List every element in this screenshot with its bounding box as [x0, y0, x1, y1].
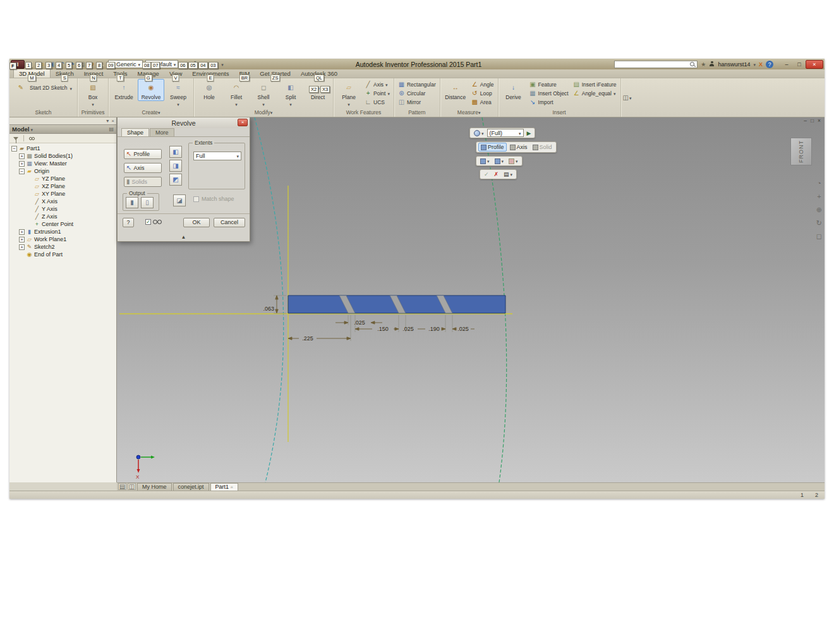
insert-ifeature-button[interactable]: ▤Insert iFeature [571, 80, 619, 88]
browser-close-icon[interactable]: × [111, 118, 114, 124]
signed-in-user[interactable]: hanswurst14 [718, 61, 750, 68]
point-button[interactable]: +Point [363, 89, 392, 97]
view-cube-face-label[interactable]: FRONT [798, 140, 804, 163]
boolean-join-button[interactable] [478, 157, 492, 165]
maximize-button[interactable]: □ [793, 60, 806, 69]
panel-label-create[interactable]: Create [109, 109, 193, 117]
panel-label-measure[interactable]: Measure [440, 109, 498, 117]
expand-icon[interactable]: + [19, 229, 25, 235]
tree-node-center-point[interactable]: +Center Point [9, 220, 116, 228]
dim-150[interactable]: .150 [377, 326, 389, 332]
redo-button[interactable]: ↷5 [67, 60, 76, 69]
doc-tab-part1[interactable]: Part1▫ [210, 483, 238, 491]
tree-node-end-of-part[interactable]: ◉End of Part [9, 251, 116, 258]
minitoolbar-profile-button[interactable]: Profile [478, 143, 507, 152]
expand-icon[interactable]: + [19, 244, 25, 250]
loop-button[interactable]: ↺Loop [469, 89, 496, 97]
ribbon-display-options-button[interactable]: ◫ [621, 78, 634, 117]
doc-tab-conejet-ipt[interactable]: conejet.ipt [173, 483, 209, 491]
orbit-button[interactable]: ↻ [816, 219, 822, 227]
tree-node-x-axis[interactable]: ╱X Axis [9, 198, 116, 205]
rectangular-button[interactable]: ▦Rectangular [396, 80, 438, 88]
panel-label-modify[interactable]: Modify [194, 109, 333, 117]
measure-button[interactable]: ↔04 [200, 60, 209, 69]
browser-options-icon[interactable]: ▾ [106, 118, 109, 124]
ucs-button[interactable]: ∟UCS [363, 98, 392, 106]
collapse-icon[interactable]: − [19, 169, 25, 174]
browser-header[interactable]: Model ▤ [9, 124, 116, 134]
search-icon[interactable] [689, 61, 696, 68]
print-button[interactable]: ▤6 [77, 60, 87, 69]
user-menu-chevron-icon[interactable] [753, 61, 756, 68]
pan-button[interactable]: + [817, 193, 821, 200]
tree-node-work-plane1[interactable]: +▱Work Plane1 [9, 236, 116, 243]
doc-tab-my-home[interactable]: My Home [137, 483, 172, 491]
doc-minimize-button[interactable]: – [804, 117, 807, 124]
minimize-button[interactable]: – [780, 60, 793, 69]
minitoolbar-extents-select[interactable]: (Full) [487, 129, 524, 137]
expand-icon[interactable]: + [19, 153, 25, 159]
construction-curve-left[interactable] [255, 117, 284, 482]
extents-dropdown[interactable]: Full [193, 152, 241, 160]
tree-node-xz-plane[interactable]: ▱XZ Plane [9, 182, 116, 190]
appearance-dropdown[interactable]: 08 07 ◐ Default [145, 60, 178, 68]
ribbon-tab-manage[interactable]: ManageG [133, 69, 164, 78]
ribbon-tab-sketch[interactable]: SketchS [51, 69, 79, 78]
minitoolbar-options-button[interactable]: ▤ [502, 170, 514, 178]
browser-pin-icon[interactable]: ▤ [109, 127, 114, 132]
start-2d-sketch-button[interactable]: ✎Start 2D Sketch [11, 79, 75, 97]
output-solid-button[interactable]: ▮ [126, 197, 138, 208]
tree-node-part1[interactable]: −▰Part1 [9, 145, 116, 152]
dialog-tab-shape[interactable]: Shape [121, 128, 149, 136]
insert-object-button[interactable]: ▦Insert Object [528, 89, 571, 97]
close-button[interactable]: × [806, 60, 823, 69]
output-surface-button[interactable]: ▯ [141, 197, 154, 208]
tree-node-extrusion1[interactable]: +▮Extrusion1 [9, 228, 116, 236]
tree-node-origin[interactable]: −▰Origin [9, 167, 116, 175]
sketch-visibility-button[interactable]: ✎06 [179, 60, 189, 69]
dialog-help-button[interactable]: ? [123, 218, 134, 227]
tree-node-z-axis[interactable]: ╱Z Axis [9, 213, 116, 220]
area-button[interactable]: ▩Area [469, 98, 496, 106]
boolean-cut-button[interactable]: ◨ [169, 160, 182, 172]
search-box[interactable] [614, 61, 698, 68]
doc-restore-button[interactable]: □ [811, 117, 814, 124]
cancel-button[interactable]: Cancel [214, 218, 245, 227]
angle-button[interactable]: ∠Angle [469, 80, 496, 88]
plane-button[interactable]: ▱Plane [335, 79, 362, 108]
look-at-button[interactable]: ◻ [816, 232, 822, 240]
help-icon[interactable]: ? [766, 61, 773, 68]
ribbon-tab-inspect[interactable]: InspectN [79, 69, 109, 78]
dim-025a[interactable]: .025 [354, 319, 365, 326]
navigation-wheel-button[interactable]: ◔ [817, 179, 821, 187]
windows-button[interactable]: ◫ [128, 483, 136, 490]
extents-type-button[interactable] [472, 129, 486, 137]
doc-close-button[interactable]: × [818, 117, 821, 124]
zoom-button[interactable]: ⊕ [816, 206, 822, 213]
exchange-apps-icon[interactable]: X [759, 61, 763, 68]
select-button[interactable]: ↖8 [97, 60, 107, 69]
status-page-2[interactable]: 2 [815, 492, 818, 498]
boolean-join-button[interactable]: ◧ [169, 146, 182, 158]
feature-button[interactable]: ▣Feature [528, 80, 571, 88]
circular-button[interactable]: ⊛Circular [396, 89, 438, 97]
ribbon-tab-view[interactable]: ViewV [164, 69, 187, 78]
dialog-collapse-button[interactable]: ▲ [118, 234, 250, 240]
revolve-button[interactable]: ◉Revolve [138, 79, 164, 101]
tree-node-yz-plane[interactable]: ▱YZ Plane [9, 175, 116, 182]
filter-icon[interactable] [13, 137, 18, 140]
expand-icon[interactable]: + [19, 237, 25, 242]
dim-225[interactable]: .225 [302, 335, 313, 342]
import-button[interactable]: ↘Import [528, 98, 571, 106]
clipboard-button[interactable]: ▤ [118, 483, 126, 490]
collapse-icon[interactable]: − [11, 146, 17, 152]
ok-button[interactable]: OK [183, 218, 210, 227]
home-button[interactable]: ⌂03 [210, 60, 219, 69]
expand-icon[interactable]: + [19, 161, 25, 167]
parameters-button[interactable]: ƒ05 [190, 60, 199, 69]
box-button[interactable]: ▧Box [80, 79, 106, 108]
material-dropdown[interactable]: 09 ● Generic [108, 60, 143, 68]
sweep-button[interactable]: ≈Sweep [165, 79, 191, 108]
axis-selector-button[interactable]: ↖ Axis [124, 163, 162, 173]
minitoolbar-ok-button[interactable]: ✓ [482, 170, 491, 178]
